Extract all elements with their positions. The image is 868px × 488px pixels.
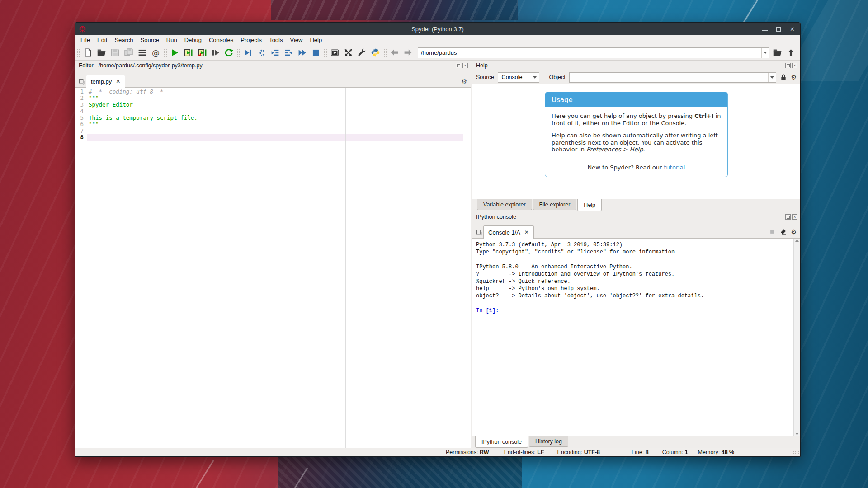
tutorial-link[interactable]: tutorial [664,164,685,171]
console-line: Type "copyright", "credits" or "license"… [476,249,793,256]
console-body: Python 3.7.3 (default, Apr 3 2019, 05:39… [472,239,800,436]
menu-help[interactable]: Help [306,35,326,45]
source-select-arrow[interactable] [531,73,539,82]
save-all-icon[interactable] [123,47,134,58]
console-pane-header: IPython console × [472,211,800,221]
step-return-icon[interactable] [283,47,294,58]
working-directory-dropdown[interactable] [761,48,769,58]
run-cell-icon[interactable] [183,47,194,58]
editor-undock-icon[interactable] [456,63,461,68]
maximize-pane-icon[interactable] [329,47,340,58]
editor-close-icon[interactable]: × [462,63,468,68]
run-file-icon[interactable] [169,47,180,58]
help-undock-icon[interactable] [785,63,791,68]
working-directory-combo [418,47,769,58]
console-line: object? -> Details about 'object', use '… [476,292,793,300]
help-options-gear-icon[interactable]: ⚙ [791,74,797,80]
menu-view[interactable]: View [286,35,306,45]
step-over-icon[interactable] [256,47,267,58]
menu-projects[interactable]: Projects [237,35,265,45]
outline-explorer-icon[interactable] [137,47,148,58]
tab-console-1a[interactable]: Console 1/A ✕ [483,225,534,239]
toolbar-drag-handle[interactable] [383,48,387,57]
console-close-icon[interactable]: × [792,214,797,220]
usage-footer: New to Spyder? Read our tutorial [552,164,721,171]
code-editor[interactable]: 1# -*- coding: utf-8 -*-2"""3Spyder Edit… [75,88,471,448]
browse-tabs-icon[interactable] [474,227,483,237]
find-symbols-icon[interactable]: @ [150,47,161,58]
tab-help[interactable]: Help [577,199,602,211]
window-title: Spyder (Python 3.7) [75,26,800,33]
scroll-up-icon[interactable] [795,239,799,242]
clear-console-eraser-icon[interactable] [780,228,787,235]
fullscreen-icon[interactable] [343,47,354,58]
menu-search[interactable]: Search [111,35,137,45]
console-output[interactable]: Python 3.7.3 (default, Apr 3 2019, 05:39… [472,239,793,436]
menu-consoles[interactable]: Consoles [205,35,237,45]
browse-directory-icon[interactable] [772,47,783,58]
help-close-icon[interactable]: × [792,63,797,68]
toolbar-drag-handle[interactable] [77,48,80,57]
stop-debug-icon[interactable] [310,47,321,58]
close-button[interactable]: ✕ [790,26,795,32]
tab-temp-py[interactable]: temp.py ✕ [86,75,125,88]
console-options-gear-icon[interactable]: ⚙ [791,229,797,235]
working-directory-input[interactable] [418,49,761,56]
console-scrollbar[interactable] [793,239,800,436]
lock-icon[interactable] [780,74,787,81]
tab-close-icon[interactable]: ✕ [116,79,120,84]
menu-edit[interactable]: Edit [94,35,111,45]
forward-icon[interactable] [402,47,414,58]
console-line: ? -> Introduction and overview of IPytho… [476,271,793,278]
menu-source[interactable]: Source [137,35,163,45]
source-select[interactable]: Console [498,72,539,83]
menu-tools[interactable]: Tools [265,35,286,45]
menu-run[interactable]: Run [163,35,181,45]
object-combo-arrow[interactable] [768,73,776,82]
toolbar-drag-handle[interactable] [324,48,327,57]
title-bar[interactable]: Spyder (Python 3.7) ✕ [75,23,800,35]
usage-paragraph-1: Here you can get help of any object by p… [552,113,721,127]
save-icon[interactable] [109,47,121,58]
run-cell-advance-icon[interactable] [196,47,208,58]
tab-ipython-console[interactable]: IPython console [475,436,528,448]
minimize-button[interactable] [762,30,768,31]
toolbar-drag-handle[interactable] [237,48,240,57]
help-pane-header: Help × [472,61,800,70]
step-into-icon[interactable] [269,47,281,58]
parent-directory-icon[interactable] [785,47,797,58]
open-file-icon[interactable] [96,47,107,58]
editor-pane: Editor - /home/pardus/.config/spyder-py3… [75,61,471,448]
tab-variable-explorer[interactable]: Variable explorer [477,199,532,210]
maximize-button[interactable] [776,27,781,32]
console-line [476,300,793,307]
console-line: IPython 5.8.0 -- An enhanced Interactive… [476,263,793,271]
console-line: Python 3.7.3 (default, Apr 3 2019, 05:39… [476,241,793,249]
toolbar-drag-handle[interactable] [164,48,167,57]
menu-debug[interactable]: Debug [181,35,205,45]
back-icon[interactable] [389,47,400,58]
status-encoding: Encoding: UTF-8 [557,449,600,455]
preferences-wrench-icon[interactable] [356,47,368,58]
scroll-down-icon[interactable] [795,433,799,435]
resize-grip[interactable] [793,449,799,455]
tab-file-explorer[interactable]: File explorer [533,199,577,210]
debug-file-icon[interactable] [242,47,254,58]
run-selection-icon[interactable] [223,47,235,58]
tab-history-log[interactable]: History log [529,436,568,447]
menu-file[interactable]: File [77,35,94,45]
help-source-row: Source Console Object ⚙ [472,70,800,84]
new-file-icon[interactable] [82,47,94,58]
browse-tabs-icon[interactable] [77,76,86,86]
explorer-tab-bar: Variable explorerFile explorerHelp [472,199,800,211]
object-combo[interactable] [569,72,777,83]
console-undock-icon[interactable] [785,214,791,220]
continue-execution-icon[interactable] [297,47,308,58]
edge-line [345,88,346,448]
python-path-icon[interactable] [370,47,381,58]
editor-options-gear-icon[interactable]: ⚙ [461,78,467,84]
tab-close-icon[interactable]: ✕ [524,230,529,235]
interrupt-kernel-icon[interactable] [769,228,776,235]
object-label: Object [549,74,566,80]
re-run-cell-icon[interactable] [210,47,221,58]
